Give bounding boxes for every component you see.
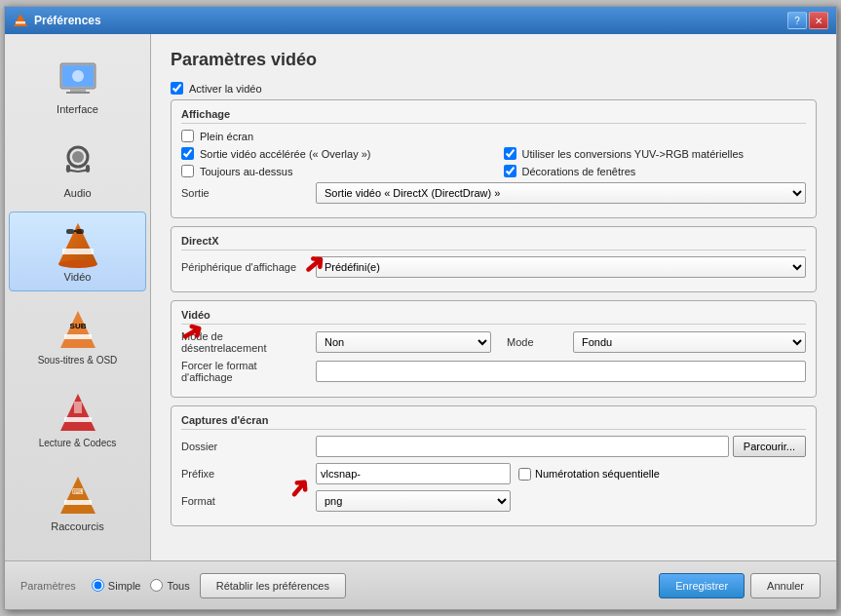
yuv-row: Utiliser les conversions YUV->RGB matéri…	[504, 147, 807, 160]
sidebar-item-codecs-label: Lecture & Codecs	[39, 438, 117, 448]
sidebar-item-interface[interactable]: Interface	[9, 44, 146, 124]
title-bar-title: Préférences	[34, 14, 101, 27]
decorations-row: Décorations de fenêtres	[504, 165, 807, 177]
video-section-title: Vidéo	[181, 309, 806, 325]
deinterlace-select[interactable]: Non	[316, 331, 491, 353]
sortie-select[interactable]: Sortie vidéo « DirectX (DirectDraw) »	[316, 182, 806, 204]
sidebar-item-audio-label: Audio	[63, 187, 91, 199]
svg-rect-5	[66, 92, 90, 94]
prefixe-input[interactable]	[316, 463, 511, 484]
preferences-window: Préférences ? ✕ Interface	[4, 6, 837, 610]
close-button[interactable]: ✕	[809, 12, 828, 29]
right-panel: Paramètres vidéo Activer la vidéo Affich…	[151, 34, 836, 550]
sidebar-item-hotkeys[interactable]: ⌨ Raccourcis	[9, 461, 146, 541]
interface-icon	[54, 53, 102, 101]
params-label: Paramètres	[20, 580, 76, 592]
help-button[interactable]: ?	[787, 12, 807, 29]
fullscreen-checkbox[interactable]	[181, 130, 194, 142]
main-content: Interface Audio	[5, 34, 836, 560]
deinterlace-row: Mode de désentrelacement Non Mode Fondu	[181, 330, 806, 354]
enable-video-row: Activer la vidéo	[171, 82, 817, 95]
svg-rect-23	[74, 402, 82, 413]
sidebar-item-video-label: Vidéo	[64, 271, 92, 283]
overlay-label: Sortie vidéo accélérée (« Overlay »)	[200, 148, 370, 160]
fullscreen-row: Plein écran	[181, 130, 806, 142]
top-decorations-row: Toujours au-dessus Décorations de fenêtr…	[181, 165, 806, 182]
tous-radio[interactable]	[150, 579, 163, 592]
periph-label: Périphérique d'affichage	[181, 261, 308, 273]
title-bar: Préférences ? ✕	[5, 7, 836, 34]
svg-rect-15	[66, 229, 74, 234]
decorations-label: Décorations de fenêtres	[522, 166, 636, 177]
svg-text:⌨: ⌨	[72, 487, 84, 496]
dossier-input[interactable]	[316, 436, 729, 457]
periph-select[interactable]: Prédéfini(e)	[316, 256, 806, 278]
numerotation-checkbox[interactable]	[518, 468, 531, 481]
title-bar-buttons: ? ✕	[787, 12, 828, 29]
sortie-label: Sortie	[181, 187, 308, 199]
enable-video-checkbox[interactable]	[171, 82, 183, 95]
video-icon	[54, 220, 102, 269]
bottom-buttons: Enregistrer Annuler	[659, 573, 821, 598]
format-select[interactable]: png	[316, 490, 511, 512]
overlay-yuv-row: Sortie vidéo accélérée (« Overlay ») Uti…	[181, 147, 806, 165]
svg-rect-4	[70, 89, 86, 92]
periph-row: Périphérique d'affichage Prédéfini(e)	[181, 256, 806, 278]
mode-label: Mode	[507, 336, 565, 348]
sortie-row: Sortie Sortie vidéo « DirectX (DirectDra…	[181, 182, 806, 204]
codecs-icon	[54, 387, 102, 436]
yuv-label: Utiliser les conversions YUV->RGB matéri…	[522, 148, 745, 160]
sidebar-item-hotkeys-label: Raccourcis	[51, 520, 103, 532]
overlay-checkbox[interactable]	[181, 147, 194, 160]
sidebar-item-video[interactable]: Vidéo	[9, 212, 146, 291]
enable-video-label: Activer la vidéo	[189, 83, 262, 95]
svg-rect-1	[16, 21, 25, 24]
dossier-row: Dossier Parcourir...	[181, 436, 806, 457]
mode-select[interactable]: Fondu	[573, 331, 806, 353]
force-format-row: Forcer le format d'affichage	[181, 360, 806, 383]
svg-rect-22	[64, 417, 92, 422]
always-on-top-row: Toujours au-dessus	[181, 165, 484, 177]
captures-title: Captures d'écran	[181, 414, 806, 430]
force-format-label: Forcer le format d'affichage	[181, 360, 308, 383]
svg-point-8	[72, 151, 84, 163]
numerotation-label: Numérotation séquentielle	[535, 468, 660, 480]
tous-label: Tous	[167, 580, 189, 592]
simple-radio[interactable]	[92, 579, 104, 592]
always-on-top-label: Toujours au-dessus	[200, 166, 292, 177]
yuv-checkbox[interactable]	[504, 147, 516, 160]
always-on-top-checkbox[interactable]	[181, 165, 194, 177]
dossier-input-group: Parcourir...	[316, 436, 806, 457]
vlc-title-icon	[13, 13, 28, 28]
decorations-checkbox[interactable]	[504, 165, 516, 177]
sidebar-item-codecs[interactable]: Lecture & Codecs	[9, 378, 146, 457]
tous-radio-label: Tous	[150, 579, 191, 592]
svg-rect-25	[64, 500, 92, 505]
svg-rect-19	[64, 334, 92, 339]
force-format-input[interactable]	[316, 361, 806, 382]
overlay-row: Sortie vidéo accélérée (« Overlay »)	[181, 147, 484, 160]
save-button[interactable]: Enregistrer	[659, 573, 745, 598]
sidebar-item-subtitles-label: Sous-titres & OSD	[38, 355, 118, 366]
svg-point-14	[58, 260, 97, 268]
format-label: Format	[181, 495, 308, 507]
params-group: Paramètres Simple Tous Rétablir les préf…	[20, 573, 346, 598]
simple-radio-label: Simple	[92, 579, 143, 592]
video-section: Vidéo Mode de désentrelacement Non Mode …	[171, 300, 817, 398]
simple-label: Simple	[108, 580, 141, 592]
numerotation-group: Numérotation séquentielle	[518, 468, 660, 481]
bottom-bar: Paramètres Simple Tous Rétablir les préf…	[5, 560, 836, 609]
svg-rect-16	[76, 229, 84, 234]
directx-section: DirectX Périphérique d'affichage Prédéfi…	[171, 226, 817, 292]
parcourir-button[interactable]: Parcourir...	[733, 436, 806, 457]
sidebar-item-subtitles[interactable]: SUB Sous-titres & OSD	[9, 295, 146, 374]
svg-point-6	[72, 70, 84, 82]
prefixe-row: Préfixe Numérotation séquentielle	[181, 463, 806, 484]
subtitles-icon: SUB	[54, 304, 102, 353]
cancel-button[interactable]: Annuler	[750, 573, 821, 598]
fullscreen-label: Plein écran	[200, 131, 253, 142]
sidebar-item-audio[interactable]: Audio	[9, 128, 146, 208]
reset-button[interactable]: Rétablir les préférences	[200, 573, 346, 598]
sidebar-item-interface-label: Interface	[57, 103, 98, 115]
format-row: Format png	[181, 490, 806, 512]
